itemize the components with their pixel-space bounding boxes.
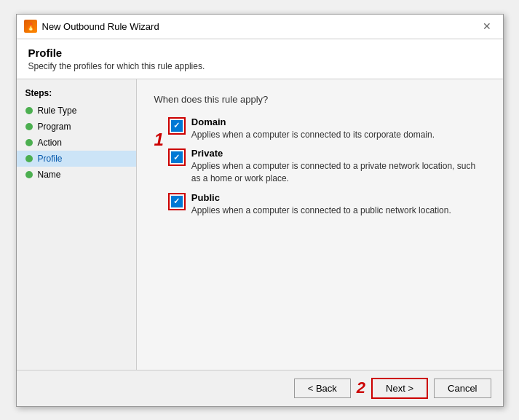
private-content: Private Applies when a computer is conne… — [191, 148, 486, 185]
public-desc: Applies when a computer is connected to … — [191, 205, 451, 217]
private-label: Private — [191, 148, 486, 159]
annotation-2: 2 — [357, 379, 365, 397]
step-dot — [25, 155, 33, 162]
public-option-row: Public Applies when a computer is connec… — [168, 192, 486, 217]
private-checkbox[interactable] — [171, 151, 183, 163]
question-text: When does this rule apply? — [154, 94, 486, 105]
page-title: Profile — [28, 47, 491, 59]
sidebar: Steps: Rule Type Program Action Profile … — [17, 79, 137, 370]
step-dot — [25, 107, 33, 114]
public-checkbox-border — [168, 193, 186, 210]
sidebar-item-rule-type[interactable]: Rule Type — [17, 103, 136, 119]
page-header: Profile Specify the profiles for which t… — [17, 39, 503, 79]
sidebar-item-profile[interactable]: Profile — [17, 151, 136, 167]
sidebar-label: Name — [38, 170, 61, 180]
annotation-1: 1 — [154, 131, 164, 148]
steps-label: Steps: — [17, 88, 136, 103]
next-section: 2 Next > — [357, 378, 428, 399]
step-dot — [25, 139, 33, 146]
sidebar-label: Profile — [38, 154, 63, 164]
sidebar-item-name[interactable]: Name — [17, 167, 136, 183]
domain-label: Domain — [191, 116, 435, 127]
title-bar: 🔥 New Outbound Rule Wizard ✕ — [17, 15, 503, 39]
title-bar-left: 🔥 New Outbound Rule Wizard — [24, 20, 159, 33]
wizard-window: 🔥 New Outbound Rule Wizard ✕ Profile Spe… — [16, 14, 504, 407]
sidebar-label: Rule Type — [38, 106, 77, 116]
sidebar-item-program[interactable]: Program — [17, 119, 136, 135]
footer: < Back 2 Next > Cancel — [17, 370, 503, 406]
window-title: New Outbound Rule Wizard — [42, 21, 159, 32]
domain-content: Domain Applies when a computer is connec… — [191, 116, 435, 141]
back-button[interactable]: < Back — [294, 379, 351, 398]
sidebar-label: Action — [38, 138, 62, 148]
content-area: Steps: Rule Type Program Action Profile … — [17, 79, 503, 370]
sidebar-item-action[interactable]: Action — [17, 135, 136, 151]
options-section: 1 Domain Applies when a computer is conn… — [154, 116, 486, 224]
private-option-row: Private Applies when a computer is conne… — [168, 148, 486, 185]
domain-checkbox-border — [168, 117, 186, 135]
domain-checkbox[interactable] — [171, 120, 183, 132]
next-button[interactable]: Next > — [371, 378, 428, 399]
public-label: Public — [191, 192, 451, 203]
public-checkbox[interactable] — [171, 196, 183, 207]
close-button[interactable]: ✕ — [478, 17, 496, 35]
step-dot — [25, 171, 33, 178]
page-subtitle: Specify the profiles for which this rule… — [28, 61, 491, 71]
cancel-button[interactable]: Cancel — [434, 379, 491, 398]
public-content: Public Applies when a computer is connec… — [191, 192, 451, 217]
sidebar-label: Program — [38, 122, 71, 132]
domain-option-row: Domain Applies when a computer is connec… — [168, 116, 486, 141]
private-checkbox-border — [168, 148, 186, 166]
step-dot — [25, 123, 33, 130]
app-icon: 🔥 — [24, 20, 37, 33]
domain-desc: Applies when a computer is connected to … — [191, 129, 435, 141]
options-list: Domain Applies when a computer is connec… — [168, 116, 486, 224]
main-panel: When does this rule apply? 1 Domain Appl… — [137, 79, 503, 370]
private-desc: Applies when a computer is connected to … — [191, 160, 486, 185]
